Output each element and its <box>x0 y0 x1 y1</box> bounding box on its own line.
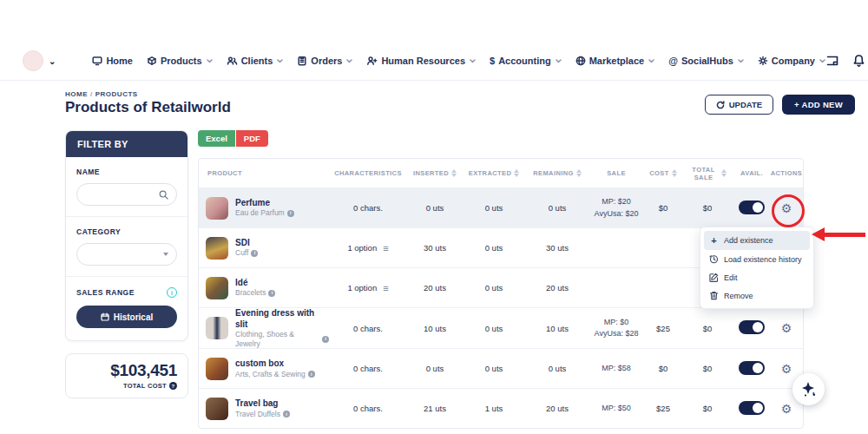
assistant-sparkle-button[interactable] <box>792 373 825 405</box>
export-excel-button[interactable]: Excel <box>198 130 235 147</box>
info-icon[interactable]: i <box>167 287 177 298</box>
column-header-total-sale[interactable]: TOTAL SALE <box>683 166 732 181</box>
sparkle-icon <box>799 380 819 399</box>
gear-icon[interactable]: ⚙ <box>781 321 792 335</box>
column-header-actions[interactable]: ACTIONS <box>772 169 801 177</box>
dollar-icon: $ <box>490 56 495 66</box>
nav-item-products[interactable]: Products <box>147 56 213 66</box>
product-name: Perfume <box>235 198 270 207</box>
nav-item-company[interactable]: Company <box>758 56 825 66</box>
inserted-cell: 21 uts <box>407 404 463 413</box>
sort-icon[interactable] <box>514 169 519 177</box>
chevron-down-icon <box>470 59 476 63</box>
gear-icon[interactable]: ⚙ <box>781 362 792 376</box>
availability-toggle[interactable] <box>739 401 765 415</box>
column-header-sale[interactable]: SALE <box>589 169 643 177</box>
gear-icon[interactable]: ⚙ <box>781 402 792 416</box>
cost-cell: $25 <box>643 324 683 333</box>
clipboard-icon <box>297 56 307 66</box>
menu-item-label: Load existence history <box>724 255 802 264</box>
nav-label: Human Resources <box>381 56 465 66</box>
cost-cell: $25 <box>643 404 683 413</box>
remaining-cell: 10 uts <box>525 324 589 333</box>
nav-item-socialhubs[interactable]: @ SocialHubs <box>668 56 744 66</box>
column-header-remaining[interactable]: REMAINING <box>525 169 589 177</box>
chevron-down-icon <box>738 59 744 63</box>
breadcrumb-products[interactable]: PRODUCTS <box>95 90 138 98</box>
brand-menu[interactable]: ⌄ <box>23 50 56 71</box>
characteristics-cell: 0 chars. <box>329 324 407 333</box>
export-pdf-button[interactable]: PDF <box>236 130 268 147</box>
total-cost-label: TOTAL COST <box>123 382 167 390</box>
availability-toggle[interactable] <box>739 201 765 214</box>
column-header-inserted[interactable]: INSERTED <box>407 169 463 177</box>
info-icon[interactable]: i <box>308 371 315 378</box>
top-navigation-bar: ⌄ Home Products Clients Orders Human Res… <box>23 43 816 78</box>
column-header-avail[interactable]: AVAIL. <box>732 169 772 177</box>
characteristics-cell: 0 chars. <box>329 404 407 413</box>
inserted-cell: 30 uts <box>407 243 463 253</box>
info-icon[interactable]: i <box>283 411 290 418</box>
nav-item-home[interactable]: Home <box>92 56 133 66</box>
extracted-cell: 0 uts <box>463 283 525 293</box>
sort-icon[interactable] <box>672 169 677 177</box>
nav-item-marketplace[interactable]: Marketplace <box>575 56 655 66</box>
availability-toggle[interactable] <box>739 320 765 334</box>
column-header-extracted[interactable]: EXTRACTED <box>463 169 525 177</box>
monitor-icon <box>92 56 102 66</box>
gear-icon[interactable]: ⚙ <box>781 201 792 215</box>
product-category: Clothing, Shoes & Jewelry <box>235 330 319 348</box>
notes-icon[interactable] <box>825 54 839 68</box>
nav-label: Orders <box>311 56 342 66</box>
list-icon[interactable]: ≡ <box>383 283 388 293</box>
menu-item-load-existence-history[interactable]: Load existence history <box>704 250 810 268</box>
total-sale-cell: $0 <box>683 203 732 213</box>
availability-toggle[interactable] <box>739 361 765 375</box>
add-new-button[interactable]: + ADD NEW <box>782 95 855 115</box>
info-icon[interactable]: i <box>251 250 258 257</box>
sale-cell: MP: $20AvyUsa: $20 <box>589 196 643 219</box>
bell-icon[interactable] <box>852 54 865 68</box>
globe-icon <box>575 56 586 66</box>
nav-item-accounting[interactable]: $ Accounting <box>490 56 562 66</box>
total-sale-cell: $0 <box>683 324 732 333</box>
filter-sidebar: FILTER BY NAME CATEGORY SALES RANGE i Hi… <box>65 130 188 398</box>
menu-item-edit[interactable]: Edit <box>704 268 810 286</box>
historical-button[interactable]: Historical <box>76 306 177 328</box>
update-button[interactable]: UPDATE <box>705 95 773 115</box>
inserted-cell: 10 uts <box>407 324 463 333</box>
column-header-characteristics[interactable]: CHARACTERISTICS <box>329 169 407 177</box>
list-icon[interactable]: ≡ <box>383 243 388 253</box>
extracted-cell: 0 uts <box>463 243 525 253</box>
name-search-input[interactable] <box>76 183 177 206</box>
nav-item-human-resources[interactable]: Human Resources <box>366 56 476 66</box>
remaining-cell: 20 uts <box>525 404 589 413</box>
cost-cell: $0 <box>643 203 683 213</box>
sort-icon[interactable] <box>451 169 457 177</box>
menu-item-remove[interactable]: Remove <box>704 286 810 305</box>
nav-item-orders[interactable]: Orders <box>297 56 352 66</box>
column-header-product[interactable]: PRODUCT <box>199 169 329 177</box>
page-title: Products of Retailworld <box>65 99 231 116</box>
sort-icon[interactable] <box>576 169 582 177</box>
remaining-cell: 30 uts <box>525 243 589 253</box>
product-name: Evening dress with slit <box>235 308 314 329</box>
menu-item-add-existence[interactable]: + Add existence <box>704 231 810 250</box>
info-icon[interactable]: i <box>268 290 275 297</box>
breadcrumb-home[interactable]: HOME <box>65 90 88 98</box>
nav-item-clients[interactable]: Clients <box>227 56 284 66</box>
help-icon[interactable]: ? <box>169 382 177 390</box>
product-name: SDI <box>235 238 250 247</box>
info-icon[interactable]: i <box>287 210 294 217</box>
category-select[interactable] <box>76 243 177 266</box>
product-thumbnail <box>206 398 228 420</box>
topbar-icons <box>825 50 868 72</box>
brand-logo <box>23 50 43 71</box>
sort-icon[interactable] <box>721 169 727 177</box>
nav-label: Products <box>161 56 202 66</box>
column-header-cost[interactable]: COST <box>643 169 683 177</box>
characteristics-cell: 1 option≡ <box>329 243 407 253</box>
breadcrumb-separator: / <box>90 90 93 98</box>
info-icon[interactable]: i <box>322 336 329 343</box>
product-category: Bracelets <box>235 288 266 298</box>
